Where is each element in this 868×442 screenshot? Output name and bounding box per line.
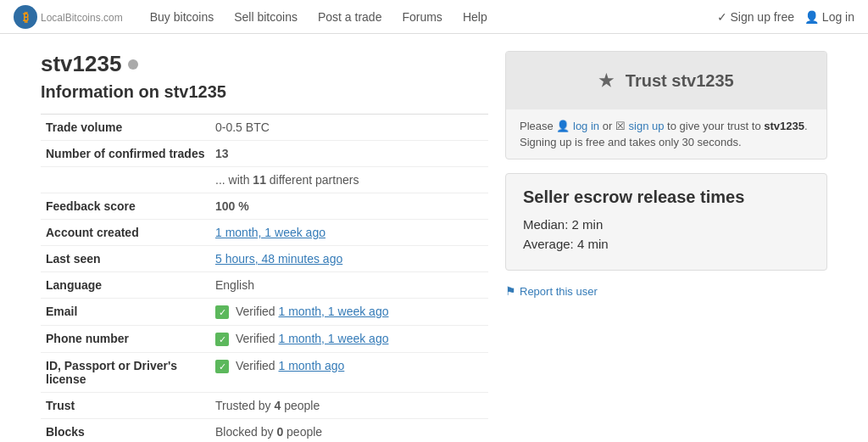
verified-check-id: ✓ [215, 360, 229, 373]
trust-username: stv1235 [764, 120, 804, 132]
logo[interactable]: ₿ LocalBitcoins.com [14, 5, 123, 29]
logo-domain: .com [101, 12, 123, 24]
info-table: Trade volume 0-0.5 BTC Number of confirm… [41, 114, 488, 442]
table-row: Email ✓ Verified 1 month, 1 week ago [41, 299, 488, 326]
flag-icon: ⚑ [505, 284, 516, 298]
nav-buy-bitcoins[interactable]: Buy bitcoins [140, 0, 224, 34]
row-label: Phone number [41, 326, 210, 353]
id-verified-link[interactable]: 1 month ago [278, 359, 344, 372]
verified-check-email: ✓ [215, 305, 229, 319]
escrow-median: Median: 2 min [523, 217, 810, 232]
trust-signup-link[interactable]: sign up [629, 120, 665, 132]
username-row: stv1235 [41, 51, 488, 77]
nav-forums[interactable]: Forums [392, 0, 452, 34]
logo-text: LocalBitcoins.com [41, 9, 123, 24]
row-value: 5 hours, 48 minutes ago [210, 246, 488, 272]
checkmark-icon: ✓ [717, 10, 727, 24]
trust-instructions: Please 👤 log in or ☒ sign up to give you… [520, 120, 813, 132]
report-user-link[interactable]: ⚑ Report this user [505, 284, 827, 298]
escrow-panel: Seller escrow release times Median: 2 mi… [505, 173, 827, 271]
navbar-right: ✓ Sign up free 👤 Log in [717, 10, 854, 24]
table-row: ... with 11 different partners [41, 167, 488, 193]
row-label: Feedback score [41, 193, 210, 220]
trust-title: Trust stv1235 [626, 71, 734, 90]
median-label: Median: [523, 217, 568, 232]
trust-login-link[interactable]: log in [573, 120, 599, 132]
row-label: ID, Passport or Driver'slicense [41, 353, 210, 393]
verified-check-phone: ✓ [215, 333, 229, 346]
nav-help[interactable]: Help [453, 0, 498, 34]
row-value: Trusted by 4 people [210, 393, 488, 419]
last-seen-link[interactable]: 5 hours, 48 minutes ago [215, 252, 342, 266]
table-row: ID, Passport or Driver'slicense ✓ Verifi… [41, 353, 488, 393]
table-row: Trade volume 0-0.5 BTC [41, 115, 488, 141]
nav-links: Buy bitcoins Sell bitcoins Post a trade … [140, 0, 717, 34]
table-row: Account created 1 month, 1 week ago [41, 220, 488, 246]
row-value: 1 month, 1 week ago [210, 220, 488, 246]
checkbox-icon-small: ☒ [615, 120, 626, 132]
log-in-link[interactable]: 👤 Log in [804, 10, 854, 24]
median-value: 2 min [572, 217, 604, 232]
escrow-average: Average: 4 min [523, 237, 810, 251]
row-value: ✓ Verified 1 month, 1 week ago [210, 326, 488, 353]
account-created-link[interactable]: 1 month, 1 week ago [215, 226, 326, 239]
report-label: Report this user [520, 285, 598, 298]
escrow-title: Seller escrow release times [523, 187, 810, 207]
row-label: Blocks [41, 419, 210, 443]
table-row: Feedback score 100 % [41, 193, 488, 220]
row-value: 0-0.5 BTC [210, 115, 488, 141]
trust-subtext: Signing up is free and takes only 30 sec… [520, 136, 813, 148]
row-label: Number of confirmed trades [41, 141, 210, 167]
row-value: Blocked by 0 people [210, 419, 488, 443]
row-value: ✓ Verified 1 month, 1 week ago [210, 299, 488, 326]
row-label: Language [41, 272, 210, 299]
trust-body: Please 👤 log in or ☒ sign up to give you… [506, 109, 826, 159]
nav-post-trade[interactable]: Post a trade [308, 0, 392, 34]
row-label: Trust [41, 393, 210, 419]
nav-sell-bitcoins[interactable]: Sell bitcoins [224, 0, 308, 34]
average-value: 4 min [577, 237, 609, 251]
row-value: ... with 11 different partners [210, 167, 488, 193]
table-row: Number of confirmed trades 13 [41, 141, 488, 167]
table-row: Trust Trusted by 4 people [41, 393, 488, 419]
row-label [41, 167, 210, 193]
info-title: Information on stv1235 [41, 82, 488, 102]
row-label: Account created [41, 220, 210, 246]
row-value: English [210, 272, 488, 299]
row-value-green: 100 % [210, 193, 488, 220]
sign-up-link[interactable]: ✓ Sign up free [717, 10, 794, 24]
row-label: Last seen [41, 246, 210, 272]
logo-icon: ₿ [14, 5, 37, 29]
row-value: ✓ Verified 1 month ago [210, 353, 488, 393]
average-label: Average: [523, 237, 574, 251]
person-icon-small: 👤 [556, 120, 570, 132]
table-row: Phone number ✓ Verified 1 month, 1 week … [41, 326, 488, 353]
row-label: Email [41, 299, 210, 326]
right-column: ★ Trust stv1235 Please 👤 log in or ☒ sig… [505, 51, 827, 442]
phone-verified-link[interactable]: 1 month, 1 week ago [278, 332, 388, 345]
navbar: ₿ LocalBitcoins.com Buy bitcoins Sell bi… [0, 0, 868, 34]
star-icon: ★ [598, 71, 614, 90]
username: stv1235 [41, 51, 121, 77]
trust-panel: ★ Trust stv1235 Please 👤 log in or ☒ sig… [505, 51, 827, 159]
main-content: stv1235 Information on stv1235 Trade vol… [27, 34, 841, 442]
person-icon: 👤 [804, 10, 819, 24]
email-verified-link[interactable]: 1 month, 1 week ago [278, 305, 388, 318]
row-label: Trade volume [41, 115, 210, 141]
table-row: Blocks Blocked by 0 people [41, 419, 488, 443]
trust-header: ★ Trust stv1235 [506, 52, 826, 109]
table-row: Last seen 5 hours, 48 minutes ago [41, 246, 488, 272]
left-column: stv1235 Information on stv1235 Trade vol… [41, 51, 488, 442]
row-value-green: 13 [210, 141, 488, 167]
table-row: Language English [41, 272, 488, 299]
online-status-dot [128, 59, 138, 70]
